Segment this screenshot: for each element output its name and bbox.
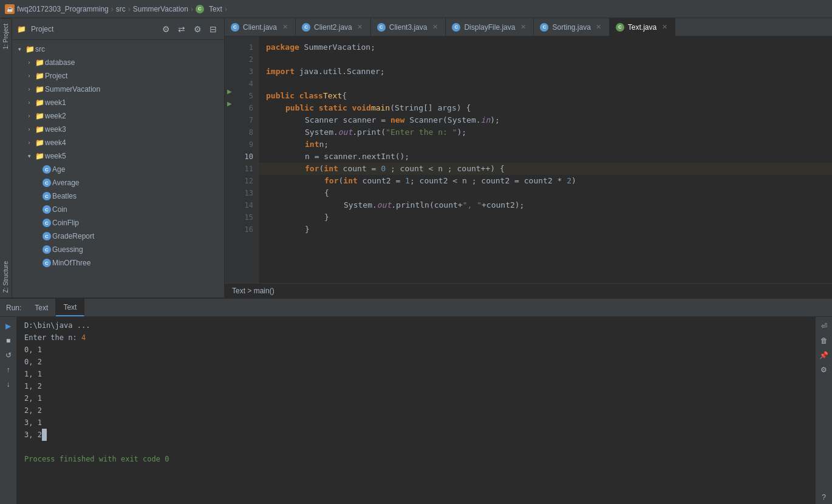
tab-client3[interactable]: C Client3.java ✕ — [371, 18, 446, 36]
code-line-6: public static void main(String[] args) { — [259, 102, 832, 114]
title-bar: ☕ fwq20172303_Programming › src › Summer… — [0, 0, 832, 18]
collapse-icon[interactable]: ⊟ — [207, 23, 219, 35]
tree-item-project[interactable]: › 📁 Project — [12, 69, 224, 83]
console-line-1: Enter the n: 4 — [24, 332, 808, 344]
play-button[interactable]: ▶ — [2, 319, 15, 333]
play-gutter-5[interactable]: ▶ — [227, 88, 232, 95]
help-icon[interactable]: ? — [817, 491, 831, 504]
tab-client2[interactable]: C Client2.java ✕ — [296, 18, 371, 36]
bottom-panel: Run: Text Text ▶ ■ ↺ ↑ ↓ D:\bin\java ...… — [0, 298, 832, 504]
tree-item-week3[interactable]: › 📁 week3 — [12, 123, 224, 136]
console-side-icons: ▶ ■ ↺ ↑ ↓ — [0, 317, 17, 504]
gutter-7 — [225, 109, 234, 121]
tree-item-src[interactable]: ▾ 📁 src — [12, 43, 224, 56]
wrap-icon[interactable]: ⏎ — [817, 319, 831, 333]
tree-item-guessing[interactable]: C Guessing — [12, 243, 224, 256]
path-src: src — [116, 5, 126, 13]
project-panel: 📁 Project ⚙ ⇄ ⚙ ⊟ ▾ 📁 src › 📁 database — [12, 18, 225, 298]
code-line-9: int n; — [259, 138, 832, 151]
settings-console-icon[interactable]: ⚙ — [817, 363, 831, 376]
path-summer: SummerVacation — [133, 5, 188, 13]
clear-icon[interactable]: 🗑 — [817, 334, 831, 347]
console-line-8: 3, 1 — [24, 417, 808, 429]
gear-icon[interactable]: ⚙ — [160, 23, 172, 35]
console-content[interactable]: D:\bin\java ... Enter the n: 4 0, 1 0, 2… — [17, 317, 815, 504]
sync-icon[interactable]: ⇄ — [176, 23, 188, 35]
settings-icon[interactable]: ⚙ — [191, 23, 203, 35]
tab-close-displayfile[interactable]: ✕ — [519, 23, 527, 32]
tree-item-beatles[interactable]: C Beatles — [12, 189, 224, 203]
line-num-16: 16 — [234, 223, 258, 236]
path-text: Text — [209, 5, 222, 13]
scroll-down-button[interactable]: ↓ — [2, 378, 15, 391]
folder-icon-summer: 📁 — [34, 85, 45, 94]
gradereport-label: GradeReport — [52, 232, 224, 240]
tree-item-gradereport[interactable]: C GradeReport — [12, 230, 224, 243]
tree-item-database[interactable]: › 📁 database — [12, 56, 224, 69]
tab-icon-client: C — [231, 23, 239, 32]
tree-item-minofthree[interactable]: C MinOfThree — [12, 256, 224, 270]
tree-item-coinflip[interactable]: C CoinFlip — [12, 216, 224, 230]
code-line-14: System.out.println(count+", "+count2); — [259, 199, 832, 211]
sidebar-project-label[interactable]: 1: Project — [1, 18, 10, 54]
scroll-up-button[interactable]: ↑ — [2, 363, 15, 376]
tree-item-week4[interactable]: › 📁 week4 — [12, 136, 224, 149]
tree-item-week2[interactable]: › 📁 week2 — [12, 109, 224, 123]
toggle-week1: › — [24, 100, 34, 106]
gutter-5[interactable]: ▶ — [225, 85, 234, 97]
tree-item-coin[interactable]: C Coin — [12, 203, 224, 216]
tree-item-week5[interactable]: ▾ 📁 week5 — [12, 149, 224, 163]
coin-label: Coin — [52, 205, 224, 214]
sidebar-left: 1: Project Z: Structure — [0, 18, 12, 298]
folder-icon-src: 📁 — [24, 45, 35, 53]
folder-icon-week1: 📁 — [34, 98, 45, 107]
tab-icon-client2: C — [302, 23, 310, 32]
pin-icon[interactable]: 📌 — [817, 349, 831, 362]
play-gutter-6[interactable]: ▶ — [227, 100, 232, 107]
tab-close-client2[interactable]: ✕ — [356, 23, 364, 32]
tree-item-age[interactable]: C Age — [12, 163, 224, 176]
tab-icon-displayfile: C — [452, 23, 460, 32]
week1-label: week1 — [45, 98, 224, 107]
src-label: src — [35, 45, 224, 53]
console-line-4: 1, 1 — [24, 368, 808, 380]
line-num-2: 2 — [234, 53, 258, 66]
tab-label-client3: Client3.java — [389, 23, 428, 32]
stop-button[interactable]: ■ — [2, 334, 15, 347]
bottom-tab-text1-label: Text — [35, 304, 48, 312]
tab-close-client3[interactable]: ✕ — [431, 23, 439, 32]
tab-close-sorting[interactable]: ✕ — [595, 23, 603, 32]
code-area[interactable]: package SummerVacation; import java.util… — [259, 36, 832, 283]
tab-sorting[interactable]: C Sorting.java ✕ — [534, 18, 609, 36]
tree-item-week1[interactable]: › 📁 week1 — [12, 96, 224, 109]
code-line-7: Scanner scanner = new Scanner(System.in)… — [259, 114, 832, 126]
gutter-15 — [225, 206, 234, 219]
tab-displayfile[interactable]: C DisplayFile.java ✕ — [446, 18, 534, 36]
sep3: › — [191, 5, 193, 13]
sep2: › — [128, 5, 131, 13]
tab-text[interactable]: C Text.java ✕ — [610, 18, 675, 36]
tab-close-client[interactable]: ✕ — [281, 23, 289, 32]
code-line-16: } — [259, 223, 832, 236]
project-icon: ☕ — [5, 4, 15, 14]
rerun-button[interactable]: ↺ — [2, 349, 15, 362]
breadcrumb-text: Text > main() — [232, 287, 274, 295]
minofthree-label: MinOfThree — [52, 259, 224, 267]
bottom-tab-text1[interactable]: Text — [27, 299, 56, 316]
path-project: fwq20172303_Programming — [17, 5, 109, 13]
bottom-tab-text2[interactable]: Text — [56, 299, 84, 316]
line-num-8: 8 — [234, 126, 258, 138]
code-line-8: System.out.print("Enter the n: "); — [259, 126, 832, 138]
bottom-tab-bar: Run: Text Text — [0, 299, 832, 317]
sidebar-structure-label[interactable]: Z: Structure — [1, 256, 10, 298]
tree-item-summervacation[interactable]: › 📁 SummerVacation — [12, 83, 224, 96]
breadcrumb: Text > main() — [225, 283, 832, 298]
code-line-13: { — [259, 187, 832, 199]
beatles-label: Beatles — [52, 192, 224, 200]
tab-close-text[interactable]: ✕ — [660, 23, 669, 32]
gutter-10 — [225, 146, 234, 158]
tree-item-average[interactable]: C Average — [12, 176, 224, 189]
gutter-6[interactable]: ▶ — [225, 97, 234, 109]
line-numbers: 1 2 3 4 5 6 7 8 9 10 11 12 13 14 15 16 — [234, 36, 259, 283]
tab-client[interactable]: C Client.java ✕ — [225, 18, 296, 36]
